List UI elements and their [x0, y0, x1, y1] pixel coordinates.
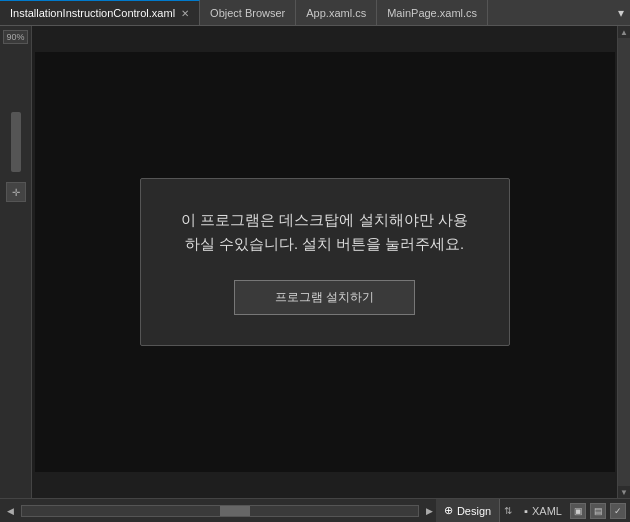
- tab-xaml-close[interactable]: ✕: [181, 8, 189, 19]
- left-icon-button[interactable]: ✛: [6, 182, 26, 202]
- design-label: Design: [457, 505, 491, 517]
- split-arrows-icon: ⇅: [504, 505, 512, 516]
- scroll-track[interactable]: [618, 38, 630, 486]
- bottom-bar: ◀ ▶ ⊕ Design ⇅ ▪ XAML ▣ ▤ ✓: [0, 498, 630, 522]
- bottom-scroll-thumb[interactable]: [220, 506, 250, 516]
- dialog-message: 이 프로그램은 데스크탑에 설치해야만 사용하실 수있습니다. 설치 버튼을 눌…: [181, 209, 467, 255]
- crosshair-icon: ✛: [12, 187, 20, 198]
- tab-app-xaml-cs[interactable]: App.xaml.cs: [296, 0, 377, 25]
- bottom-icons: ▣ ▤ ✓: [570, 503, 626, 519]
- tab-mainpage-xaml-cs-label: MainPage.xaml.cs: [387, 7, 477, 19]
- left-panel: 90% ✛: [0, 26, 32, 498]
- install-button[interactable]: 프로그램 설치하기: [234, 280, 415, 315]
- xaml-tab[interactable]: ▪ XAML: [516, 499, 570, 522]
- install-dialog: 이 프로그램은 데스크탑에 설치해야만 사용하실 수있습니다. 설치 버튼을 눌…: [140, 178, 510, 345]
- bottom-scrollbar[interactable]: [21, 505, 419, 517]
- tab-xaml-label: InstallationInstructionControl.xaml: [10, 7, 175, 19]
- right-arrow-icon: ▶: [426, 506, 433, 516]
- design-tab[interactable]: ⊕ Design: [436, 499, 500, 522]
- overflow-icon: ▾: [618, 6, 624, 20]
- scroll-down-arrow[interactable]: ▼: [618, 486, 630, 498]
- zoom-indicator: 90%: [3, 30, 27, 44]
- down-arrow-icon: ▼: [620, 488, 628, 497]
- xaml-icon: ▪: [524, 505, 528, 517]
- right-scrollbar: ▲ ▼: [617, 26, 630, 498]
- tab-object-browser-label: Object Browser: [210, 7, 285, 19]
- scroll-up-arrow[interactable]: ▲: [618, 26, 630, 38]
- design-icon: ⊕: [444, 504, 453, 517]
- split-icon-area[interactable]: ⇅: [500, 505, 516, 516]
- xaml-label: XAML: [532, 505, 562, 517]
- vertical-scroll-thumb[interactable]: [11, 112, 21, 172]
- tab-mainpage-xaml-cs[interactable]: MainPage.xaml.cs: [377, 0, 488, 25]
- main-area: 90% ✛ 이 프로그램은 데스크탑에 설치해야만 사용하실 수있습니다. 설치…: [0, 26, 630, 498]
- bottom-icon-2[interactable]: ▤: [590, 503, 606, 519]
- up-arrow-icon: ▲: [620, 28, 628, 37]
- bottom-icon-3[interactable]: ✓: [610, 503, 626, 519]
- left-arrow-icon: ◀: [7, 506, 14, 516]
- scroll-left-button[interactable]: ◀: [4, 506, 17, 516]
- tab-xaml[interactable]: InstallationInstructionControl.xaml ✕: [0, 0, 200, 25]
- tab-bar: InstallationInstructionControl.xaml ✕ Ob…: [0, 0, 630, 26]
- bottom-icon-1[interactable]: ▣: [570, 503, 586, 519]
- tab-overflow-button[interactable]: ▾: [612, 0, 630, 25]
- tab-app-xaml-cs-label: App.xaml.cs: [306, 7, 366, 19]
- app-preview: 이 프로그램은 데스크탑에 설치해야만 사용하실 수있습니다. 설치 버튼을 눌…: [35, 52, 615, 472]
- scroll-right-button[interactable]: ▶: [423, 506, 436, 516]
- tab-object-browser[interactable]: Object Browser: [200, 0, 296, 25]
- canvas-area: 이 프로그램은 데스크탑에 설치해야만 사용하실 수있습니다. 설치 버튼을 눌…: [32, 26, 617, 498]
